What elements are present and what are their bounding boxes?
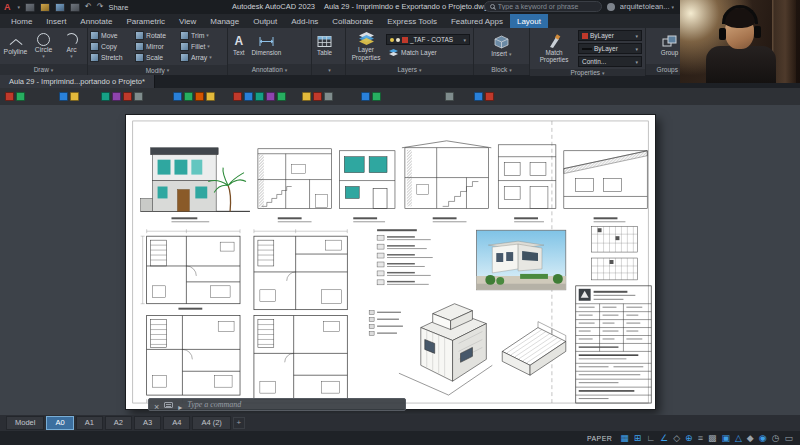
- toolbar-icon[interactable]: [485, 92, 494, 101]
- toolbar-icon[interactable]: [244, 92, 253, 101]
- toolbar-icon[interactable]: [361, 92, 370, 101]
- dynamic-input-icon[interactable]: ▣: [721, 434, 730, 443]
- ribbon-tab[interactable]: Collaborate: [325, 14, 380, 28]
- object-color-select[interactable]: ByLayer: [578, 30, 642, 41]
- table-panel-footer[interactable]: [312, 64, 345, 75]
- layer-select[interactable]: _TAF - COTAS: [386, 34, 470, 45]
- linetype-select[interactable]: Contin...: [578, 56, 642, 67]
- save-file-icon[interactable]: [55, 3, 65, 12]
- modify-tool-button[interactable]: Scale: [135, 53, 179, 62]
- workspace-icon[interactable]: ◆: [747, 434, 754, 443]
- snap-icon[interactable]: ⊞: [634, 434, 642, 443]
- clean-screen-icon[interactable]: ▭: [784, 434, 793, 443]
- autocad-logo[interactable]: A: [4, 2, 11, 12]
- toolbar-icon[interactable]: [313, 92, 322, 101]
- modify-tool-button[interactable]: Move: [90, 31, 134, 40]
- ribbon-tab[interactable]: Annotate: [73, 14, 119, 28]
- toolbar-icon[interactable]: [16, 92, 25, 101]
- draw-panel-footer[interactable]: Draw: [0, 64, 87, 75]
- toolbar-icon[interactable]: [474, 92, 483, 101]
- file-tab[interactable]: Aula 29 - Imprimind...portando o Projeto…: [0, 75, 155, 88]
- toolbar-icon[interactable]: [206, 92, 215, 101]
- open-file-icon[interactable]: [40, 3, 50, 12]
- annotation-scale-icon[interactable]: △: [735, 434, 742, 443]
- toolbar-icon[interactable]: [445, 92, 454, 101]
- redo-icon[interactable]: [97, 2, 104, 12]
- ortho-icon[interactable]: ∟: [646, 434, 655, 443]
- modify-tool-button[interactable]: Mirror: [135, 42, 179, 51]
- new-layout-button[interactable]: +: [233, 417, 245, 429]
- layout-tab[interactable]: A0: [46, 416, 73, 430]
- command-line[interactable]: [148, 398, 406, 411]
- toolbar-icon[interactable]: [277, 92, 286, 101]
- layout-tab[interactable]: A3: [134, 416, 161, 430]
- modify-tool-button[interactable]: Fillet ▾: [180, 42, 224, 51]
- draw-tool-button[interactable]: Circle ▾: [31, 33, 56, 60]
- layout-tab[interactable]: A1: [76, 416, 103, 430]
- toolbar-icon[interactable]: [101, 92, 110, 101]
- keyboard-icon[interactable]: [164, 402, 173, 408]
- toolbar-icon[interactable]: [59, 92, 68, 101]
- toolbar-icon[interactable]: [195, 92, 204, 101]
- draw-tool-button[interactable]: Arc ▾: [59, 33, 84, 60]
- search-box[interactable]: [484, 1, 602, 12]
- toolbar-icon[interactable]: [134, 92, 143, 101]
- ribbon-tab[interactable]: Parametric: [119, 14, 172, 28]
- clock-icon[interactable]: ◷: [772, 434, 780, 443]
- ribbon-tab[interactable]: Layout: [510, 14, 548, 28]
- toolbar-icon[interactable]: [302, 92, 311, 101]
- search-input[interactable]: [498, 3, 596, 10]
- match-properties-button[interactable]: Match Properties: [533, 34, 575, 63]
- match-layer-button[interactable]: Match Layer: [386, 47, 470, 58]
- osnap-icon[interactable]: ⊕: [685, 434, 693, 443]
- toolbar-icon[interactable]: [372, 92, 381, 101]
- toolbar-icon[interactable]: [255, 92, 264, 101]
- draw-tool-button[interactable]: Polyline: [3, 35, 28, 57]
- paper-sheet[interactable]: [125, 114, 656, 410]
- command-input[interactable]: [187, 400, 400, 409]
- group-button[interactable]: Group: [659, 35, 681, 56]
- layout-tab[interactable]: A4 (2): [192, 416, 230, 430]
- account-avatar[interactable]: [607, 3, 615, 11]
- polar-tracking-icon[interactable]: ∠: [660, 434, 668, 443]
- toolbar-icon[interactable]: [112, 92, 121, 101]
- lineweight-icon[interactable]: ≡: [698, 434, 703, 443]
- modify-tool-button[interactable]: Stretch: [90, 53, 134, 62]
- recent-commands-icon[interactable]: [178, 396, 182, 414]
- ribbon-tab[interactable]: Add-ins: [284, 14, 325, 28]
- layout-tab[interactable]: A4: [163, 416, 190, 430]
- dimension-button[interactable]: Dimension: [250, 35, 284, 56]
- account-name[interactable]: arquitetolean...: [620, 2, 674, 11]
- layer-properties-button[interactable]: Layer Properties: [349, 31, 383, 60]
- modify-panel-footer[interactable]: Modify: [88, 65, 227, 75]
- grid-icon[interactable]: ▦: [620, 434, 629, 443]
- close-icon[interactable]: [154, 396, 159, 414]
- lineweight-select[interactable]: ByLayer: [578, 43, 642, 54]
- ribbon-tab[interactable]: Manage: [203, 14, 246, 28]
- modify-tool-button[interactable]: Array ▾: [180, 53, 224, 62]
- modify-tool-button[interactable]: Copy: [90, 42, 134, 51]
- toolbar-icon[interactable]: [70, 92, 79, 101]
- toolbar-icon[interactable]: [5, 92, 14, 101]
- drawing-canvas[interactable]: [0, 105, 800, 415]
- share-button[interactable]: Share: [108, 3, 128, 12]
- insert-block-button[interactable]: Insert: [489, 35, 513, 58]
- ribbon-tab[interactable]: Insert: [39, 14, 73, 28]
- text-button[interactable]: Text: [231, 35, 247, 56]
- ribbon-tab[interactable]: Home: [4, 14, 39, 28]
- ribbon-tab[interactable]: Featured Apps: [444, 14, 510, 28]
- block-panel-footer[interactable]: Block: [474, 64, 529, 75]
- annotation-panel-footer[interactable]: Annotation: [228, 64, 311, 75]
- ribbon-tab[interactable]: View: [172, 14, 203, 28]
- toolbar-icon[interactable]: [173, 92, 182, 101]
- modify-tool-button[interactable]: Rotate: [135, 31, 179, 40]
- toolbar-icon[interactable]: [266, 92, 275, 101]
- plot-icon[interactable]: [70, 3, 80, 12]
- undo-icon[interactable]: [85, 2, 92, 12]
- toolbar-icon[interactable]: [324, 92, 333, 101]
- isodraft-icon[interactable]: ◇: [673, 434, 680, 443]
- ribbon-tab[interactable]: Output: [246, 14, 284, 28]
- layout-tab[interactable]: A2: [105, 416, 132, 430]
- space-toggle[interactable]: PAPER: [587, 435, 612, 442]
- toolbar-icon[interactable]: [184, 92, 193, 101]
